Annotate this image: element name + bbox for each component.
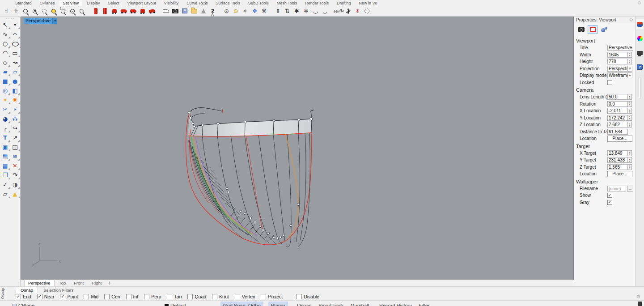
menu-tab-standard[interactable]: Standard [12, 0, 35, 6]
set-view-front-icon[interactable] [110, 6, 119, 16]
zoom-window-icon[interactable] [30, 6, 39, 16]
spinner-arrows[interactable]: ▴▾ [628, 59, 632, 64]
unroll-surface-icon[interactable]: ▱ [0, 189, 10, 199]
menu-tab-surface-tools[interactable]: Surface Tools [212, 0, 244, 6]
trim-tool-icon[interactable]: ✂ [0, 105, 10, 114]
osnap-toggle-vertex[interactable]: Vertex [235, 294, 255, 299]
loft-tool-icon[interactable]: ≋ [10, 152, 20, 161]
filename-field[interactable]: (none) [607, 186, 626, 191]
lens-length--input[interactable]: 50.0 [607, 94, 628, 100]
panel-options-gear-icon[interactable]: ⚙ [629, 17, 633, 22]
splop-view-icon[interactable]: ✳ [353, 6, 362, 16]
y-target-input[interactable]: 231.433 [607, 157, 628, 163]
text-tool-icon[interactable]: T [0, 133, 10, 142]
zoom-dynamic-icon[interactable] [21, 6, 30, 16]
title-input[interactable]: Perspective [607, 45, 633, 51]
boolean-union-icon[interactable]: ✦ [0, 95, 10, 105]
menu-tab-drafting[interactable]: Drafting [333, 0, 355, 6]
spinner-arrows[interactable]: ▴▾ [628, 122, 632, 128]
menu-tab-set-view[interactable]: Set View [59, 0, 82, 6]
rock-view-right-icon[interactable]: ◡ [320, 6, 330, 16]
rotate-camera-icon[interactable]: 2 [208, 6, 217, 16]
status-item-ortho[interactable]: Ortho [246, 302, 263, 306]
panel-scrollbar-thumb[interactable] [639, 77, 641, 99]
viewport-tabs-move-icon[interactable]: ✛ [106, 281, 113, 286]
status-notification-icon[interactable] [638, 302, 642, 306]
rotate-view-ccw-icon[interactable]: ✱ [292, 6, 301, 16]
perspective-viewport-canvas[interactable]: z x y Perspective ▾ [21, 17, 574, 280]
dolly-view-icon[interactable]: ✛ [11, 6, 21, 16]
rotation-input[interactable]: 0.0 [607, 101, 628, 107]
torus-tool-icon[interactable]: ◎ [0, 86, 10, 95]
freeform-curve-icon[interactable]: ↝ [10, 58, 20, 67]
undo-view-change-icon[interactable] [58, 6, 68, 16]
location-place-button[interactable]: Place... [607, 136, 632, 142]
osnap-toggle-disable[interactable]: Disable [297, 294, 319, 299]
x-location-input[interactable]: -2.011 [607, 108, 628, 114]
projection-select[interactable]: Perspectiv [607, 66, 628, 72]
point-cloud-icon[interactable]: ⁂ [10, 114, 20, 123]
surface-3pt-icon[interactable]: ▰ [0, 67, 10, 76]
osnap-toggle-mid[interactable]: Mid [84, 294, 98, 299]
checkbox-cen[interactable] [104, 294, 110, 299]
set-camera-target-icon[interactable]: ⊕ [231, 6, 241, 16]
osnap-toggle-int[interactable]: Int [126, 294, 139, 299]
set-view-left-icon[interactable] [128, 6, 138, 16]
array-tool-icon[interactable]: ▦ [0, 161, 10, 170]
status-item-record-history[interactable]: Record History [377, 302, 415, 306]
zoom-selected-icon[interactable] [39, 6, 49, 16]
menu-tab-cplanes[interactable]: CPlanes [36, 0, 59, 6]
checkbox-perp[interactable] [144, 294, 149, 299]
checkbox-knot[interactable] [212, 294, 217, 299]
interpolate-curve-icon[interactable]: ⌒ [10, 30, 20, 39]
locked-checkbox[interactable] [607, 80, 612, 85]
zoom-lens-icon[interactable] [199, 6, 208, 16]
surface-patch-icon[interactable]: ▱ [10, 67, 20, 76]
set-view-back-icon[interactable] [138, 6, 147, 16]
sphere-tool-icon[interactable]: ● [10, 76, 20, 86]
viewport-page-button[interactable] [588, 25, 597, 34]
menu-tab-subd-tools[interactable]: SubD Tools [245, 0, 272, 6]
set-view-right-icon[interactable] [119, 6, 128, 16]
help-tab[interactable]: ? [636, 62, 644, 72]
checkbox-tan[interactable] [167, 294, 172, 299]
explode-tool-icon[interactable]: ✸ [10, 95, 20, 105]
viewport-layout-icon[interactable] [189, 6, 199, 16]
zoom-target-icon[interactable] [68, 6, 77, 16]
named-views-icon[interactable] [161, 6, 170, 16]
x-target-input[interactable]: 13.849 [607, 150, 628, 156]
viewport-tab-right[interactable]: Right [88, 280, 105, 286]
arc-tool-icon[interactable]: ◠ [0, 48, 10, 58]
walkabout-icon[interactable] [343, 6, 353, 16]
box-tool-icon[interactable]: ■ [0, 76, 10, 86]
status-item-osnap[interactable]: Osnap [294, 302, 314, 306]
analyze-check-icon[interactable]: ✓ [0, 180, 10, 189]
tilt-view-down-icon[interactable]: ⇅ [283, 6, 292, 16]
spinner-arrows[interactable]: ▴▾ [628, 52, 632, 58]
camera-projection-icon[interactable]: ❋ [259, 6, 269, 16]
dropdown-arrow-icon[interactable]: ▾ [628, 66, 632, 72]
array-curve-icon[interactable]: ✕ [10, 161, 20, 170]
osnap-toggle-tan[interactable]: Tan [167, 294, 182, 299]
shade-tool-icon[interactable]: ◑ [10, 180, 20, 189]
extend-tool-icon[interactable]: ↪ [10, 123, 20, 133]
show-checkbox[interactable]: ✓ [607, 193, 612, 198]
fillet-tool-icon[interactable]: ╭ [0, 123, 10, 133]
spinner-arrows[interactable]: ▴▾ [628, 94, 632, 100]
checkbox-end[interactable]: ✓ [16, 294, 21, 299]
checkbox-point[interactable]: ✓ [60, 294, 65, 299]
turntable-360-icon[interactable]: 360° [334, 6, 343, 16]
osnap-toggle-point[interactable]: ✓Point [60, 294, 78, 299]
browse-button[interactable]: ... [627, 186, 633, 191]
osnap-tab-selection-filters[interactable]: Selection Filters [39, 287, 78, 293]
checkbox-quad[interactable] [187, 294, 193, 299]
rock-view-left-icon[interactable]: ◡ [311, 6, 320, 16]
menu-tab-select[interactable]: Select [104, 0, 123, 6]
osnap-toggle-perp[interactable]: Perp [144, 294, 161, 299]
location-place-button[interactable]: Place... [607, 171, 632, 177]
status-item-cplane[interactable]: CPlane [10, 302, 37, 306]
adjust-clipping-planes-icon[interactable]: ❖ [250, 6, 259, 16]
display-color-tab[interactable] [636, 34, 644, 43]
distance-to-ta-input[interactable]: 61.584 [607, 129, 628, 135]
status-item-planar[interactable]: Planar [268, 302, 288, 306]
